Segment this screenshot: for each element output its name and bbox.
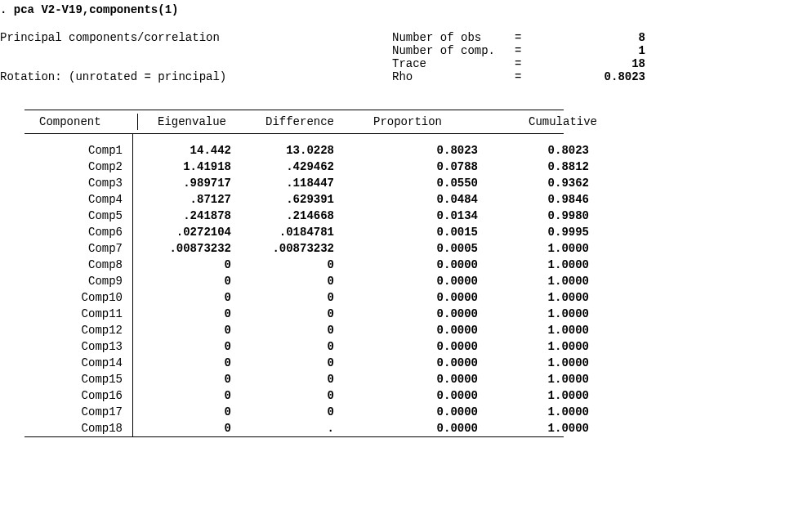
cell-eigenvalue: .989717: [133, 175, 236, 191]
table-row: Comp21.41918.4294620.07880.8812: [25, 159, 635, 175]
cell-proportion: 0.0015: [339, 224, 483, 240]
cell-cumulative: 0.9980: [483, 208, 613, 224]
cell-eigenvalue: .87127: [133, 191, 236, 208]
cell-cumulative: 1.0000: [483, 387, 613, 404]
cell-eigenvalue: 0: [133, 338, 236, 355]
cell-proportion: 0.0550: [339, 175, 483, 191]
cell-difference: 0: [236, 289, 339, 306]
cell-cumulative: 0.9995: [483, 224, 613, 240]
cell-proportion: 0.0000: [339, 322, 483, 338]
cell-difference: .0184781: [236, 224, 339, 240]
stat-eq: =: [515, 70, 547, 83]
cell-eigenvalue: 0: [133, 371, 236, 387]
stat-eq: =: [515, 57, 547, 70]
stat-val-trace: 18: [547, 57, 655, 70]
cell-proportion: 0.0000: [339, 273, 483, 289]
stat-val-rho: 0.8023: [547, 70, 655, 83]
cell-eigenvalue: 0: [133, 355, 236, 371]
cell-cumulative: 0.8023: [483, 142, 613, 159]
stat-label-comp: Number of comp.: [392, 44, 515, 57]
cell-component: Comp14: [25, 355, 133, 371]
header-empty: [0, 44, 392, 57]
stat-val-comp: 1: [547, 44, 655, 57]
cell-component: Comp1: [25, 142, 133, 159]
cell-proportion: 0.0000: [339, 289, 483, 306]
cell-component: Comp9: [25, 273, 133, 289]
table-row: Comp12000.00001.0000: [25, 322, 635, 338]
cell-component: Comp15: [25, 371, 133, 387]
cell-proportion: 0.0134: [339, 208, 483, 224]
cell-cumulative: 1.0000: [483, 404, 613, 420]
cell-eigenvalue: 0: [133, 306, 236, 322]
cell-proportion: 0.0000: [339, 404, 483, 420]
cell-proportion: 0.0000: [339, 371, 483, 387]
cell-proportion: 0.0000: [339, 306, 483, 322]
cell-cumulative: 1.0000: [483, 322, 613, 338]
cell-proportion: 0.0000: [339, 420, 483, 436]
cell-component: Comp11: [25, 306, 133, 322]
cell-eigenvalue: 14.442: [133, 142, 236, 159]
stat-eq: =: [515, 44, 547, 57]
cell-eigenvalue: .0272104: [133, 224, 236, 240]
table-row: Comp6.0272104.01847810.00150.9995: [25, 224, 635, 240]
cell-component: Comp10: [25, 289, 133, 306]
stat-label-trace: Trace: [392, 57, 515, 70]
command-line: . pca V2-V19,components(1): [0, 3, 812, 16]
cell-component: Comp2: [25, 159, 133, 175]
cell-eigenvalue: 0: [133, 404, 236, 420]
cell-cumulative: 1.0000: [483, 289, 613, 306]
cell-component: Comp12: [25, 322, 133, 338]
cell-eigenvalue: 0: [133, 322, 236, 338]
table-body: Comp114.44213.02280.80230.8023Comp21.419…: [25, 142, 635, 436]
cell-component: Comp8: [25, 257, 133, 273]
header-block: Principal components/correlation Number …: [0, 31, 812, 83]
table-row: Comp8000.00001.0000: [25, 257, 635, 273]
table-row: Comp14000.00001.0000: [25, 355, 635, 371]
table-row: Comp7.00873232.008732320.00051.0000: [25, 240, 635, 257]
cell-difference: 0: [236, 273, 339, 289]
cell-component: Comp17: [25, 404, 133, 420]
table-row: Comp3.989717.1184470.05500.9362: [25, 175, 635, 191]
table-row: Comp13000.00001.0000: [25, 338, 635, 355]
cell-difference: 0: [236, 306, 339, 322]
cell-component: Comp7: [25, 240, 133, 257]
cell-difference: 0: [236, 338, 339, 355]
table-row: Comp11000.00001.0000: [25, 306, 635, 322]
cell-eigenvalue: 0: [133, 273, 236, 289]
cell-eigenvalue: 0: [133, 289, 236, 306]
cell-eigenvalue: 0: [133, 420, 236, 436]
cell-component: Comp3: [25, 175, 133, 191]
col-header-component: Component: [25, 114, 138, 130]
components-table: Component Eigenvalue Difference Proporti…: [0, 110, 635, 437]
cell-proportion: 0.0000: [339, 387, 483, 404]
cell-difference: .00873232: [236, 240, 339, 257]
cell-eigenvalue: .241878: [133, 208, 236, 224]
table-rule-mid: [25, 133, 564, 134]
cell-difference: .118447: [236, 175, 339, 191]
table-row: Comp10000.00001.0000: [25, 289, 635, 306]
cell-proportion: 0.0788: [339, 159, 483, 175]
cell-cumulative: 1.0000: [483, 273, 613, 289]
table-row: Comp15000.00001.0000: [25, 371, 635, 387]
table-row: Comp4.87127.6293910.04840.9846: [25, 191, 635, 208]
cell-cumulative: 1.0000: [483, 355, 613, 371]
cell-cumulative: 0.8812: [483, 159, 613, 175]
table-spacer: [25, 134, 635, 142]
cell-cumulative: 1.0000: [483, 420, 613, 436]
cell-cumulative: 0.9362: [483, 175, 613, 191]
col-header-proportion: Proportion: [364, 114, 512, 130]
cell-component: Comp18: [25, 420, 133, 436]
cell-cumulative: 1.0000: [483, 371, 613, 387]
cell-difference: 0: [236, 371, 339, 387]
cell-eigenvalue: 0: [133, 257, 236, 273]
col-header-difference: Difference: [256, 114, 364, 130]
table-row: Comp180.0.00001.0000: [25, 420, 635, 436]
table-row: Comp16000.00001.0000: [25, 387, 635, 404]
table-row: Comp17000.00001.0000: [25, 404, 635, 420]
analysis-title: Principal components/correlation: [0, 31, 392, 44]
cell-cumulative: 1.0000: [483, 240, 613, 257]
table-row: Comp9000.00001.0000: [25, 273, 635, 289]
cell-eigenvalue: .00873232: [133, 240, 236, 257]
cell-component: Comp4: [25, 191, 133, 208]
rotation-note: Rotation: (unrotated = principal): [0, 70, 392, 83]
